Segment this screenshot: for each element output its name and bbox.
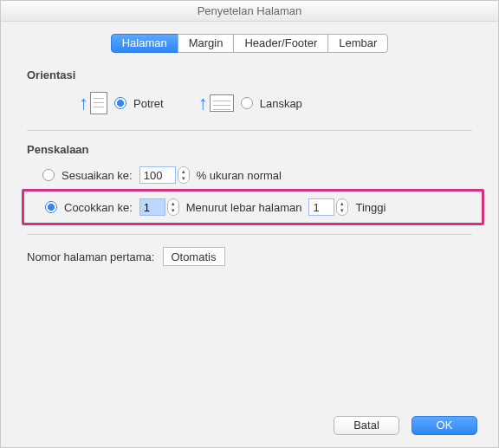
tab-page[interactable]: Halaman	[111, 34, 178, 53]
adjust-to-radio[interactable]	[42, 169, 55, 181]
dialog-buttons: Batal OK	[334, 416, 477, 435]
orientation-heading: Orientasi	[27, 68, 472, 81]
cancel-button[interactable]: Batal	[334, 416, 399, 435]
adjust-to-suffix: % ukuran normal	[197, 169, 282, 182]
fit-to-label: Cocokkan ke:	[64, 201, 133, 214]
tab-margin[interactable]: Margin	[178, 34, 235, 53]
adjust-to-input[interactable]	[139, 166, 176, 184]
orientation-portrait-option[interactable]: ↑ Potret	[79, 92, 164, 114]
fit-wide-suffix: Menurut lebar halaman	[186, 201, 302, 214]
ok-button[interactable]: OK	[412, 416, 477, 435]
landscape-radio[interactable]	[241, 97, 253, 109]
arrow-up-icon: ↑	[79, 94, 88, 113]
fit-wide-stepper[interactable]: ▴▾	[167, 198, 179, 216]
orientation-landscape-option[interactable]: ↑ Lanskap	[198, 94, 302, 113]
first-page-number-label: Nomor halaman pertama:	[27, 250, 154, 263]
fit-wide-input[interactable]	[139, 198, 165, 216]
adjust-to-label: Sesuaikan ke:	[62, 169, 133, 182]
fit-tall-stepper[interactable]: ▴▾	[336, 198, 348, 216]
dialog-title: Penyetelan Halaman	[1, 1, 498, 22]
page-setup-dialog: Penyetelan Halaman Halaman Margin Header…	[0, 0, 499, 448]
portrait-label: Potret	[133, 97, 164, 110]
landscape-icon: ↑	[198, 94, 234, 113]
divider	[27, 130, 472, 131]
fit-tall-input[interactable]	[308, 198, 334, 216]
tab-header-footer[interactable]: Header/Footer	[233, 34, 328, 53]
divider	[27, 234, 472, 235]
fit-to-radio[interactable]	[45, 201, 57, 213]
tab-bar: Halaman Margin Header/Footer Lembar	[27, 34, 472, 53]
first-page-number-field[interactable]: Otomatis	[163, 247, 225, 266]
arrow-up-icon: ↑	[198, 94, 208, 113]
fit-to-highlight: Cocokkan ke: ▴▾ Menurut lebar halaman ▴▾…	[22, 189, 484, 225]
tab-sheet[interactable]: Lembar	[327, 34, 388, 53]
landscape-label: Lanskap	[260, 97, 302, 110]
scaling-heading: Penskalaan	[27, 143, 472, 156]
adjust-to-row: Sesuaikan ke: ▴▾ % ukuran normal	[27, 166, 472, 184]
adjust-to-stepper[interactable]: ▴▾	[178, 166, 190, 184]
fit-to-row: Cocokkan ke: ▴▾ Menurut lebar halaman ▴▾…	[29, 198, 476, 216]
fit-tall-suffix: Tinggi	[355, 201, 386, 214]
portrait-radio[interactable]	[114, 97, 126, 109]
portrait-icon: ↑	[79, 92, 107, 114]
